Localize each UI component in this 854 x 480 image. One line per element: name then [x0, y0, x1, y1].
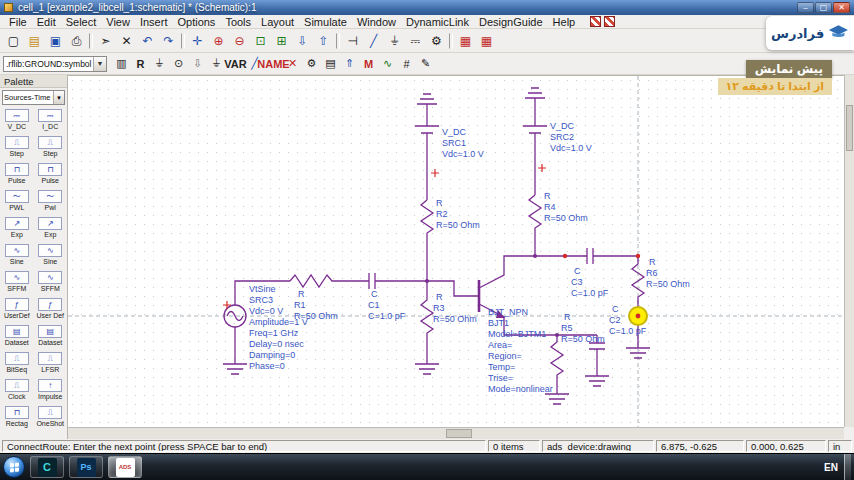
- insert-ground-alt-icon[interactable]: ⏚: [207, 55, 226, 72]
- tune-icon[interactable]: M: [359, 55, 378, 72]
- stop-all-simulations-icon[interactable]: ▦: [476, 31, 497, 50]
- palette-item[interactable]: ∿ SFFM: [0, 269, 34, 296]
- component-combo[interactable]: .rflib:GROUND:symbol ▼: [3, 56, 107, 72]
- language-indicator[interactable]: EN: [824, 462, 838, 473]
- separator[interactable]: [181, 33, 185, 49]
- palette-item[interactable]: ⎍ Step: [34, 134, 68, 161]
- insert-ground-icon[interactable]: ⏚: [150, 55, 169, 72]
- palette-item[interactable]: ⎓ I_DC: [34, 107, 68, 134]
- palette-item[interactable]: ⊓ Pulse: [0, 161, 34, 188]
- horizontal-scrollbar[interactable]: [68, 427, 844, 439]
- pan-icon[interactable]: ✛: [187, 31, 208, 50]
- close-button[interactable]: ✕: [833, 2, 850, 13]
- palette-item[interactable]: ⎓ V_DC: [0, 107, 34, 134]
- palette-item[interactable]: 〜 Pwl: [34, 188, 68, 215]
- palette-item[interactable]: ⎍ OneShot: [34, 404, 68, 431]
- palette-item[interactable]: ↗ Exp: [34, 215, 68, 242]
- measure-icon[interactable]: #: [397, 55, 416, 72]
- maximize-button[interactable]: ▢: [815, 2, 832, 13]
- palette-item[interactable]: ƒ UserDef: [0, 296, 34, 323]
- menu-item[interactable]: Help: [548, 16, 581, 28]
- undo-icon[interactable]: ↶: [137, 31, 158, 50]
- optimize-up-icon[interactable]: ⇑: [340, 55, 359, 72]
- insert-wire-icon[interactable]: ╱: [363, 31, 384, 50]
- var-icon[interactable]: VAR: [226, 55, 245, 72]
- selected-node-highlight[interactable]: [629, 307, 647, 325]
- zoom-area-icon[interactable]: ⊡: [250, 31, 271, 50]
- insert-ground-icon[interactable]: ⏚: [384, 31, 405, 50]
- library-list-icon[interactable]: ▥: [112, 55, 131, 72]
- chevron-down-icon[interactable]: ▼: [53, 91, 64, 104]
- palette-item[interactable]: ↗ Exp: [0, 215, 34, 242]
- vertical-scrollbar-thumb[interactable]: [846, 105, 853, 151]
- zoom-in-icon[interactable]: ⊕: [208, 31, 229, 50]
- stop-simulation-icon[interactable]: ▦: [455, 31, 476, 50]
- display-columns-icon[interactable]: ▤: [321, 55, 340, 72]
- ads-app-button[interactable]: ADS: [108, 456, 142, 478]
- insert-pin-icon[interactable]: ⊣: [342, 31, 363, 50]
- menu-item[interactable]: DynamicLink: [401, 16, 474, 28]
- palette-item[interactable]: ƒ User Def: [34, 296, 68, 323]
- vertical-scrollbar[interactable]: [844, 75, 854, 427]
- new-file-icon[interactable]: ▢: [3, 31, 24, 50]
- redo-icon[interactable]: ↷: [158, 31, 179, 50]
- palette-item[interactable]: ⎍ BitSeq: [0, 350, 34, 377]
- palette-item[interactable]: ▤ Dataset: [0, 323, 34, 350]
- palette-category-select[interactable]: Sources-Time Don ▼: [2, 90, 65, 105]
- layout-window-icon[interactable]: [604, 16, 615, 27]
- minimize-button[interactable]: ‒: [797, 2, 814, 13]
- separator[interactable]: [449, 33, 453, 49]
- insert-vdc-icon[interactable]: ⎓: [405, 31, 426, 50]
- save-icon[interactable]: ▣: [45, 31, 66, 50]
- separator[interactable]: [336, 33, 340, 49]
- palette-item[interactable]: ∿ SFFM: [34, 269, 68, 296]
- menu-item[interactable]: View: [101, 16, 135, 28]
- palette-item[interactable]: ⊓ Rectag: [0, 404, 34, 431]
- schematic-canvas[interactable]: VtSine SRC3 Vdc=0 V Amplitude=1 V Freq=1…: [68, 75, 844, 427]
- wire-label-icon[interactable]: NAME: [264, 55, 283, 72]
- menu-item[interactable]: Options: [172, 16, 220, 28]
- select-pointer-icon[interactable]: ➣: [95, 31, 116, 50]
- insert-port-icon[interactable]: ⊙: [169, 55, 188, 72]
- menu-item[interactable]: DesignGuide: [474, 16, 548, 28]
- waveform-icon[interactable]: ∿: [378, 55, 397, 72]
- menu-item[interactable]: Insert: [135, 16, 173, 28]
- component-history-icon[interactable]: R: [131, 55, 150, 72]
- palette-item[interactable]: ▤ Dataset: [34, 323, 68, 350]
- menu-item[interactable]: Window: [352, 16, 401, 28]
- deactivate-icon[interactable]: ✕: [283, 55, 302, 72]
- horizontal-scrollbar-thumb[interactable]: [446, 429, 472, 438]
- zoom-out-icon[interactable]: ⊖: [229, 31, 250, 50]
- palette-item[interactable]: ∿ Sine: [34, 242, 68, 269]
- menu-item[interactable]: Tools: [220, 16, 256, 28]
- palette-item[interactable]: ⎍ Step: [0, 134, 34, 161]
- start-button[interactable]: [3, 456, 25, 478]
- open-folder-icon[interactable]: ▤: [24, 31, 45, 50]
- title-bar[interactable]: cell_1 [example2_libcell_1:schematic] * …: [0, 0, 854, 15]
- simulation-settings-icon[interactable]: ⚙: [426, 31, 447, 50]
- print-icon[interactable]: ⎙: [66, 31, 87, 50]
- chevron-down-icon[interactable]: ▼: [93, 57, 106, 71]
- pop-out-icon[interactable]: ⇧: [313, 31, 334, 50]
- palette-item[interactable]: ∿ Sine: [0, 242, 34, 269]
- palette-item[interactable]: ⎍ LFSR: [34, 350, 68, 377]
- photoshop-app-button[interactable]: Ps: [69, 456, 103, 478]
- schematic-window-icon[interactable]: [590, 16, 601, 27]
- show-desktop-button[interactable]: [844, 454, 851, 480]
- arrow-down-icon[interactable]: ⇩: [188, 55, 207, 72]
- menu-item[interactable]: File: [4, 16, 32, 28]
- push-into-icon[interactable]: ⇩: [292, 31, 313, 50]
- palette-item[interactable]: 〜 PWL: [0, 188, 34, 215]
- menu-item[interactable]: Simulate: [299, 16, 352, 28]
- palette-item[interactable]: ⊓ Pulse: [34, 161, 68, 188]
- console-app-button[interactable]: C: [30, 456, 64, 478]
- edit-icon[interactable]: ✎: [416, 55, 435, 72]
- simulate-gear-icon[interactable]: ⚙: [302, 55, 321, 72]
- delete-icon[interactable]: ✕: [116, 31, 137, 50]
- view-all-icon[interactable]: ⊞: [271, 31, 292, 50]
- menu-item[interactable]: Select: [61, 16, 102, 28]
- palette-item[interactable]: ↑ Impulse: [34, 377, 68, 404]
- palette-item[interactable]: ⎍ Clock: [0, 377, 34, 404]
- separator[interactable]: [89, 33, 93, 49]
- menu-item[interactable]: Edit: [32, 16, 61, 28]
